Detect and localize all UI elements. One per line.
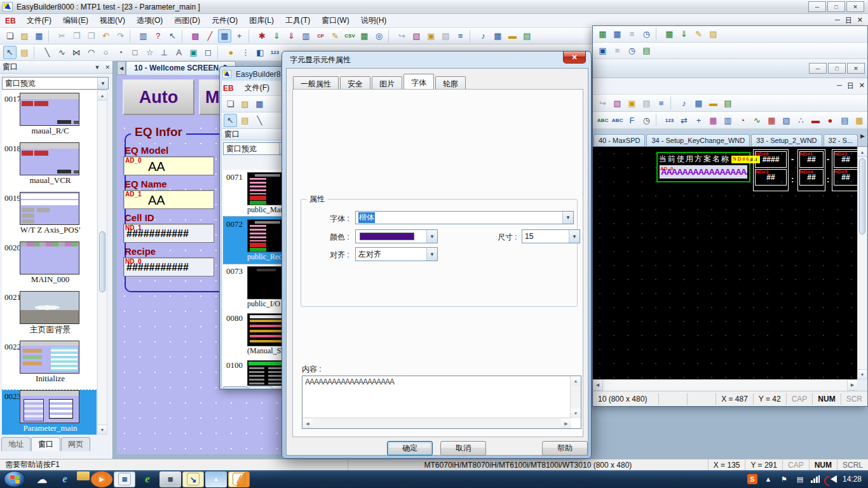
toolbar-separator[interactable] bbox=[34, 46, 38, 59]
clock-icon[interactable]: ◷ bbox=[640, 27, 653, 41]
mdi-minimize-icon[interactable]: ─ bbox=[837, 81, 842, 91]
save-icon[interactable]: ▦ bbox=[32, 29, 46, 43]
object-properties-icon[interactable]: ▤ bbox=[238, 114, 252, 127]
sound-library-icon[interactable]: ♪ bbox=[477, 29, 490, 43]
library-icon[interactable]: ▧ bbox=[410, 29, 423, 43]
copy-icon[interactable]: ❐ bbox=[70, 29, 83, 43]
ascii-display-object[interactable]: AD_0 AA bbox=[123, 156, 214, 175]
numeric-display-object[interactable]: ND_1 ########### bbox=[123, 224, 214, 243]
menu-item[interactable]: 窗口(W) bbox=[316, 13, 355, 28]
network-tray-icon[interactable] bbox=[811, 475, 821, 483]
scroll-down-icon[interactable]: ▼ bbox=[98, 424, 107, 434]
graph-icon[interactable]: ▧ bbox=[780, 114, 793, 127]
screen-run-icon[interactable]: ▦ bbox=[596, 27, 609, 41]
menu-item[interactable]: 选项(O) bbox=[131, 13, 168, 28]
save-icon[interactable]: ▦ bbox=[253, 97, 266, 111]
online-simulation-icon[interactable]: ⇓ bbox=[285, 29, 298, 43]
operator-icon[interactable]: ● bbox=[824, 114, 837, 127]
move-shape-icon[interactable]: + bbox=[692, 114, 705, 127]
pen-icon[interactable]: ╱ bbox=[203, 29, 217, 43]
scroll-down-icon[interactable]: ▼ bbox=[858, 369, 867, 379]
dialog-tab[interactable]: 轮廓 bbox=[435, 76, 466, 90]
align-icon[interactable]: + bbox=[233, 29, 246, 43]
toolbar-separator[interactable] bbox=[48, 30, 53, 43]
scheme-name-field[interactable]: AD_0 AAAAAAAAAAAAAAAAAAAAA bbox=[660, 165, 747, 179]
tray-expand-icon[interactable]: ▲ bbox=[763, 474, 773, 484]
numeric-display-object[interactable]: ND#5 ## bbox=[834, 169, 857, 186]
pie-icon[interactable]: ◔ bbox=[114, 46, 127, 59]
window-list-item[interactable]: 0017 maual_R/C bbox=[2, 93, 97, 140]
notes-app-icon[interactable]: ╱ bbox=[228, 471, 250, 487]
calculator-icon[interactable]: ▦ bbox=[159, 471, 181, 487]
exit-icon[interactable]: ↪ bbox=[395, 29, 409, 43]
numeric-display-object[interactable]: ND#4 ## bbox=[799, 169, 824, 186]
grid-snap-icon[interactable]: ▦ bbox=[218, 29, 231, 43]
toolbar-separator[interactable] bbox=[130, 30, 134, 43]
clipboard-tray-icon[interactable]: ▤ bbox=[795, 474, 805, 484]
mdi-close-icon[interactable]: ✕ bbox=[859, 81, 865, 91]
group-library-icon[interactable]: ▤ bbox=[640, 97, 653, 110]
mdi-close-icon[interactable]: ✕ bbox=[857, 16, 863, 25]
exit-icon[interactable]: ↪ bbox=[596, 97, 609, 110]
data-table-icon[interactable]: ▦ bbox=[358, 29, 371, 43]
scroll-left-icon[interactable]: ◀ bbox=[302, 419, 313, 428]
window-list-item[interactable]: 0021 主页面背景 bbox=[2, 291, 97, 338]
numeric-display-object[interactable]: ND#3 ## bbox=[755, 169, 787, 186]
scatter-icon[interactable]: ∴ bbox=[794, 114, 808, 127]
macro-icon[interactable]: ✎ bbox=[692, 27, 705, 41]
system-settings-icon[interactable]: ✱ bbox=[255, 29, 269, 43]
scroll-up-icon[interactable]: ▲ bbox=[571, 376, 581, 386]
toolbar-separator[interactable] bbox=[656, 114, 660, 126]
find-icon[interactable]: ◎ bbox=[372, 29, 386, 43]
scale-icon[interactable]: ⊥ bbox=[158, 46, 171, 59]
panel-tab[interactable]: 网页 bbox=[61, 437, 90, 451]
window-list-item[interactable]: 0023 Parameter_main bbox=[2, 390, 97, 435]
panel-menu-icon[interactable]: ▼ bbox=[95, 64, 100, 71]
size-select[interactable]: 15 ▼ bbox=[522, 229, 580, 243]
taskbar-clock[interactable]: 14:28 bbox=[843, 475, 862, 484]
toolbar-separator[interactable] bbox=[470, 30, 474, 43]
textarea-hscrollbar[interactable]: ◀ ▶ bbox=[302, 417, 571, 428]
object-properties-icon[interactable]: ▤ bbox=[18, 46, 31, 59]
panel-close-icon[interactable]: ✕ bbox=[105, 64, 110, 71]
panel-tab[interactable]: 窗口 bbox=[31, 437, 60, 451]
select-icon[interactable]: ↖ bbox=[3, 46, 17, 59]
new-file-icon[interactable]: ❏ bbox=[3, 29, 17, 43]
keyboard-icon[interactable]: ▦ bbox=[692, 97, 705, 110]
panel-tab[interactable]: 地址 bbox=[223, 386, 248, 388]
open-file-icon[interactable]: ▨ bbox=[18, 29, 31, 43]
dialog-tab[interactable]: 图片 bbox=[372, 76, 402, 90]
macro-icon[interactable]: ✎ bbox=[329, 29, 342, 43]
group-library-icon[interactable]: ▤ bbox=[439, 29, 452, 43]
right-canvas-scrollbar[interactable]: ▲ ▼ bbox=[857, 147, 867, 379]
maximize-button[interactable]: □ bbox=[828, 63, 846, 74]
text-icon[interactable]: A bbox=[172, 46, 186, 59]
function-key-icon[interactable]: F bbox=[625, 114, 639, 127]
line-icon[interactable]: ╲ bbox=[253, 114, 266, 127]
auto-button-object[interactable]: Auto bbox=[123, 79, 194, 115]
select-icon[interactable]: ↖ bbox=[224, 114, 237, 127]
date-column[interactable]: ND#0 #### ND#3 ## bbox=[753, 149, 789, 191]
window-preview-select[interactable]: 窗口预览 ▼ bbox=[223, 142, 290, 155]
ascii-display-object[interactable]: AD_1 AA bbox=[123, 190, 214, 209]
screen-icon[interactable]: ▦ bbox=[611, 27, 624, 41]
file-explorer-icon[interactable] bbox=[77, 471, 90, 480]
line-icon[interactable]: ╲ bbox=[41, 46, 54, 59]
photo-viewer-icon[interactable]: ▲ bbox=[205, 471, 227, 487]
sheet-icon[interactable]: ▤ bbox=[640, 44, 653, 57]
media-player-icon[interactable]: ▶ bbox=[91, 471, 112, 487]
list-icon[interactable]: ≡ bbox=[625, 27, 639, 41]
shape-icon[interactable]: ◻ bbox=[201, 46, 215, 59]
mdi-minimize-icon[interactable]: ─ bbox=[835, 16, 840, 25]
event-icon[interactable]: ▤ bbox=[838, 114, 851, 127]
panel-tab[interactable]: 地址 bbox=[1, 437, 31, 451]
ascii-input-icon[interactable]: ABC bbox=[611, 114, 624, 127]
csv-icon[interactable]: CSV bbox=[343, 29, 356, 43]
toolbar-separator[interactable] bbox=[670, 97, 675, 109]
date-column[interactable]: ND#1 ## ND#4 ## bbox=[797, 149, 825, 191]
shape-library-icon[interactable]: ≡ bbox=[454, 29, 467, 43]
text-object-properties-dialog[interactable]: 字元显示元件属性 ✕ 一般属性安全图片字体轮廓 属性 字体 : 楷体 ▼ 颜色 … bbox=[281, 51, 592, 459]
label-library-icon[interactable]: ▬ bbox=[506, 29, 519, 43]
window-icon[interactable]: ▣ bbox=[596, 44, 609, 57]
right-canvas-hscrollbar[interactable]: ◀ ▶ bbox=[593, 379, 857, 391]
